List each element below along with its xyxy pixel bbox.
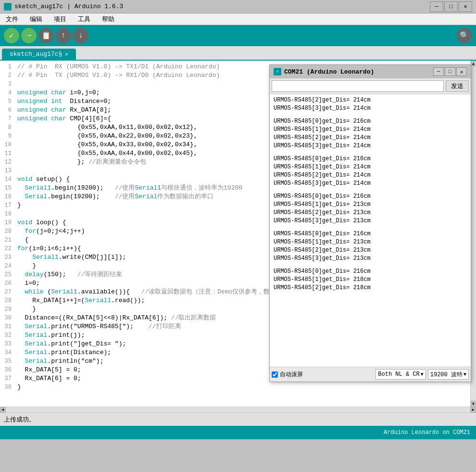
serial-output-line: URMOS-RS485[3]get_Dis= 214cm [274, 179, 467, 188]
line-number: 2 [0, 71, 15, 80]
status-bar: 上传成功。 [0, 412, 476, 426]
line-number: 18 [0, 210, 15, 218]
line-number: 11 [0, 149, 15, 158]
menu-tools[interactable]: 工具 [74, 14, 94, 25]
line-number: 14 [0, 175, 15, 184]
baud-rate-arrow-icon: ▼ [463, 372, 466, 377]
line-number: 21 [0, 236, 15, 244]
serial-output-line: URMOS-RS485[1]get_Dis= 213cm [274, 238, 467, 246]
line-ending-dropdown[interactable]: Both NL & CR ▼ [376, 369, 426, 380]
serial-output-line [274, 225, 467, 230]
serial-icon: ⚡ [274, 68, 281, 76]
serial-minimize-button[interactable]: ─ [433, 67, 444, 76]
line-ending-arrow-icon: ▼ [421, 372, 424, 377]
new-button[interactable]: 📋 [38, 28, 54, 43]
serial-output-line [274, 113, 467, 117]
serial-output-line: URMOS-RS485[0]get_Dis= 216cm [274, 117, 467, 126]
line-number: 33 [0, 340, 15, 348]
serial-output-line [274, 150, 467, 155]
line-ending-label: Both NL & CR [378, 371, 419, 378]
menu-project[interactable]: 项目 [50, 14, 70, 25]
serial-output-line: URMOS-RS485[2]get_Dis= 214cm [274, 96, 467, 104]
line-number: 15 [0, 184, 15, 192]
serial-output-line: URMOS-RS485[1]get_Dis= 213cm [274, 201, 467, 209]
line-number: 17 [0, 201, 15, 210]
autoscroll-checkbox[interactable] [272, 371, 278, 378]
serial-input-field[interactable] [272, 80, 444, 92]
serial-maximize-button[interactable]: □ [445, 67, 455, 76]
open-button[interactable]: ↑ [56, 28, 71, 43]
line-number: 1 [0, 63, 15, 71]
serial-output-line: URMOS-RS485[0]get_Dis= 216cm [274, 230, 467, 238]
close-button[interactable]: ✕ [459, 1, 472, 12]
menu-bar: 文件 编辑 项目 工具 帮助 [0, 13, 476, 25]
serial-output-line: URMOS-RS485[1]get_Dis= 218cm [274, 276, 467, 284]
menu-help[interactable]: 帮助 [98, 14, 118, 25]
line-number: 29 [0, 305, 15, 314]
main-area: 1// # Pin RX (URMOS V1.0) -> TX1/D1 (Ard… [0, 61, 476, 407]
line-number: 37 [0, 374, 15, 383]
line-number: 9 [0, 132, 15, 140]
serial-output-line: URMOS-RS485[0]get_Dis= 216cm [274, 268, 467, 276]
line-number: 4 [0, 89, 15, 97]
title-bar-controls: ─ □ ✕ [430, 1, 472, 12]
scroll-up-arrow[interactable]: ▲ [471, 61, 476, 66]
line-number: 6 [0, 106, 15, 115]
line-number: 5 [0, 97, 15, 106]
minimize-button[interactable]: ─ [430, 1, 443, 12]
line-number: 19 [0, 218, 15, 227]
autoscroll-label: 自动滚屏 [280, 370, 303, 379]
serial-controls: ─ □ ✕ [433, 67, 467, 76]
toolbar: ✓ → 📋 ↑ ↓ 🔍 [0, 25, 476, 46]
serial-output-line [274, 263, 467, 268]
menu-edit[interactable]: 编辑 [26, 14, 46, 25]
serial-output-line: URMOS-RS485[2]get_Dis= 214cm [274, 171, 467, 179]
serial-output-line: URMOS-RS485[3]get_Dis= 213cm [274, 217, 467, 225]
line-number: 31 [0, 322, 15, 331]
serial-output-line: URMOS-RS485[2]get_Dis= 214cm [274, 134, 467, 142]
serial-output-line: URMOS-RS485[0]get_Dis= 216cm [274, 192, 467, 201]
baud-rate-dropdown[interactable]: 19200 波特 ▼ [428, 369, 469, 380]
scroll-down-arrow[interactable]: ▼ [471, 401, 476, 407]
serial-title-left: ⚡ COM21 (Arduino Leonardo) [274, 68, 374, 76]
serial-send-button[interactable]: 发送 [446, 80, 469, 92]
serial-output-line: URMOS-RS485[2]get_Dis= 218cm [274, 284, 467, 292]
line-number: 34 [0, 348, 15, 357]
scroll-left-arrow[interactable]: ◄ [0, 407, 6, 413]
status-message: 上传成功。 [4, 415, 35, 424]
serial-output-line: URMOS-RS485[3]get_Dis= 213cm [274, 255, 467, 263]
title-bar: sketch_aug17c | Arduino 1.6.3 ─ □ ✕ [0, 0, 476, 13]
serial-output-line: URMOS-RS485[0]get_Dis= 216cm [274, 155, 467, 163]
tab-bar: sketch_aug17c§ ✕ [0, 46, 476, 61]
upload-button[interactable]: → [21, 28, 37, 43]
line-number: 16 [0, 192, 15, 201]
line-number: 23 [0, 253, 15, 262]
board-info: Arduino Leonardo on COM21 [384, 429, 470, 436]
serial-output[interactable]: URMOS-RS485[2]get_Dis= 214cmURMOS-RS485[… [270, 94, 471, 367]
bottom-info-bar: Arduino Leonardo on COM21 [0, 426, 476, 439]
line-number: 12 [0, 158, 15, 166]
sketch-tab[interactable]: sketch_aug17c§ ✕ [2, 49, 76, 60]
scroll-right-arrow[interactable]: ► [470, 407, 476, 413]
serial-output-line: URMOS-RS485[3]get_Dis= 214cm [274, 104, 467, 113]
window-title: sketch_aug17c | Arduino 1.6.3 [14, 3, 123, 10]
save-button[interactable]: ↓ [73, 28, 88, 43]
line-number: 13 [0, 166, 15, 175]
maximize-button[interactable]: □ [444, 1, 458, 12]
line-number: 25 [0, 270, 15, 279]
serial-close-button[interactable]: ✕ [456, 67, 467, 76]
search-button[interactable]: 🔍 [457, 28, 472, 43]
tab-close-icon[interactable]: ✕ [65, 51, 68, 57]
verify-button[interactable]: ✓ [4, 28, 19, 43]
line-number: 28 [0, 296, 15, 305]
menu-file[interactable]: 文件 [2, 14, 22, 25]
serial-input-row: 发送 [270, 78, 471, 94]
line-number: 35 [0, 357, 15, 366]
serial-output-line: URMOS-RS485[2]get_Dis= 213cm [274, 209, 467, 217]
line-number: 26 [0, 279, 15, 288]
line-number: 38 [0, 383, 15, 392]
serial-output-line: URMOS-RS485[1]get_Dis= 214cm [274, 163, 467, 171]
serial-output-line: URMOS-RS485[3]get_Dis= 214cm [274, 142, 467, 150]
line-number: 7 [0, 115, 15, 123]
line-number: 20 [0, 227, 15, 236]
